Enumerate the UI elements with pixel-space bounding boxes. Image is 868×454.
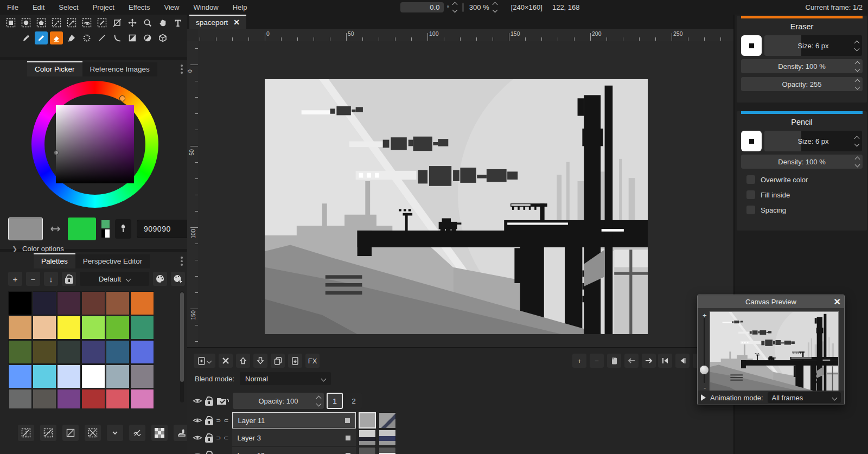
ellipse-tool-button[interactable] [141,31,154,44]
left-color-swatch[interactable] [8,218,43,240]
color-select-tool-button[interactable] [50,16,63,29]
palette-swatch[interactable] [81,291,105,315]
crop-tool-button[interactable] [111,16,124,29]
remove-frame-button[interactable]: − [590,354,604,368]
palette-swatch[interactable] [33,340,56,364]
add-layer-button[interactable] [194,354,215,368]
palette-swatch[interactable] [130,316,154,340]
line-tool-button[interactable] [95,31,108,44]
layer-opacity-slider[interactable]: Opacity: 100 [233,393,324,409]
pixel-art-canvas[interactable] [265,79,648,334]
layer-row-name[interactable]: Layer 11 [232,412,356,429]
flip-horizontal-button[interactable] [18,425,34,441]
menu-window[interactable]: Window [186,3,225,11]
eye-icon[interactable] [193,398,202,404]
pencil-tool-button[interactable] [35,31,48,44]
overwrite-color-checkbox[interactable]: Overwrite color [746,175,808,184]
move-tool-button[interactable] [126,16,139,29]
menu-view[interactable]: View [157,3,186,11]
move-layer-up-button[interactable] [236,354,250,368]
fill-inside-checkbox[interactable]: Fill inside [746,190,808,199]
zoom-tool-button[interactable] [141,16,154,29]
eye-icon[interactable] [193,452,202,454]
eraser-density-slider[interactable]: Density: 100 % [741,59,863,73]
palette-swatch[interactable] [57,316,81,340]
layer-row-name[interactable]: Layer 3 [232,430,356,446]
rectangle-tool-button[interactable] [126,31,139,44]
go-first-frame-button[interactable] [658,354,672,368]
ellipse-select-tool-button[interactable] [20,16,33,29]
tab-perspective-editor[interactable]: Perspective Editor [75,254,150,268]
palette-swatch[interactable] [106,365,130,388]
palette-swatch[interactable] [106,340,130,364]
magic-wand-tool-button[interactable] [65,16,78,29]
edit-palette-button[interactable] [153,272,167,286]
delete-layer-button[interactable] [219,354,233,368]
palette-swatch[interactable] [8,291,32,315]
play-icon[interactable] [701,394,706,401]
link-cel-icons[interactable]: ⊃ ⊂ [216,434,229,442]
cel-layer10-frame2[interactable] [379,447,396,454]
menu-project[interactable]: Project [86,3,122,11]
polygon-select-tool-button[interactable] [35,16,48,29]
curve-tool-button[interactable] [111,31,124,44]
expand-options-button[interactable] [107,425,123,441]
saturation-value-square[interactable] [56,105,134,183]
palette-swatch[interactable] [33,365,56,388]
canvas-preview-window[interactable]: Canvas Preview ✕ + - Animation mode: All… [697,295,845,405]
eraser-tool-button[interactable] [50,31,63,44]
rotation-input[interactable]: 0.0 [400,2,444,12]
color-options-expander[interactable]: Color options [22,245,64,253]
palette-swatch[interactable] [57,340,81,364]
preview-titlebar[interactable]: Canvas Preview ✕ [698,295,844,308]
clone-frame-button[interactable] [607,354,621,368]
pencil-density-slider[interactable]: Density: 100 % [741,155,863,169]
pattern-fill-button[interactable] [151,425,168,441]
palette-swatch[interactable] [8,340,32,364]
default-colors-swatch[interactable] [101,229,110,238]
lock-icon[interactable] [205,437,213,443]
animation-mode-dropdown[interactable]: All frames [768,392,841,403]
lock-icon[interactable] [205,419,213,425]
cel-layer11-frame1[interactable] [359,412,376,429]
palette-scrollbar-thumb[interactable] [180,292,184,382]
remove-color-button[interactable]: − [26,272,40,286]
move-frame-left-button[interactable] [624,354,639,368]
tab-palettes[interactable]: Palettes [34,253,75,268]
palette-swatch[interactable] [130,340,154,364]
previous-frame-button[interactable] [675,354,690,368]
tab-reference-images[interactable]: Reference Images [82,62,157,76]
canvas-viewport[interactable] [198,41,735,347]
flip-vertical-button[interactable] [40,425,56,441]
rotation-spinner[interactable] [453,1,457,14]
palette-swatch[interactable] [106,316,130,340]
rotate-left-button[interactable] [62,425,79,441]
kebab-menu-icon[interactable] [181,257,183,266]
link-cels-icon[interactable] [216,395,230,406]
zoom-level[interactable]: 300 % [469,3,489,11]
layer-row-name[interactable]: Layer 10 [232,447,356,454]
clone-layer-button[interactable] [271,354,285,368]
pencil-brush-button[interactable] [741,131,762,151]
add-color-button[interactable]: + [8,272,22,286]
close-icon[interactable]: ✕ [233,18,240,27]
swap-colors-icon[interactable] [48,226,62,232]
move-frame-right-button[interactable] [642,354,656,368]
preview-zoom-knob[interactable] [700,366,709,374]
menu-help[interactable]: Help [226,3,254,11]
frame-button-2[interactable]: 2 [346,393,362,409]
cel-layer3-frame1[interactable] [359,430,376,446]
eraser-size-slider[interactable]: Size: 6 px [764,35,862,56]
pencil-size-slider[interactable]: Size: 6 px [764,131,862,151]
layer-fx-button[interactable]: FX [305,354,320,368]
link-cel-icons[interactable]: ⊃ ⊂ [216,417,229,424]
menu-edit[interactable]: Edit [25,3,52,11]
palette-swatch[interactable] [81,365,105,388]
merge-down-button[interactable] [288,354,302,368]
hue-marker[interactable] [119,95,125,101]
text-tool-button[interactable] [171,16,184,29]
horizontal-ruler[interactable]: 050100150200250 [198,29,735,41]
menu-effects[interactable]: Effects [122,3,157,11]
color-picker-tool-button[interactable] [20,31,33,44]
close-icon[interactable]: ✕ [834,297,841,307]
